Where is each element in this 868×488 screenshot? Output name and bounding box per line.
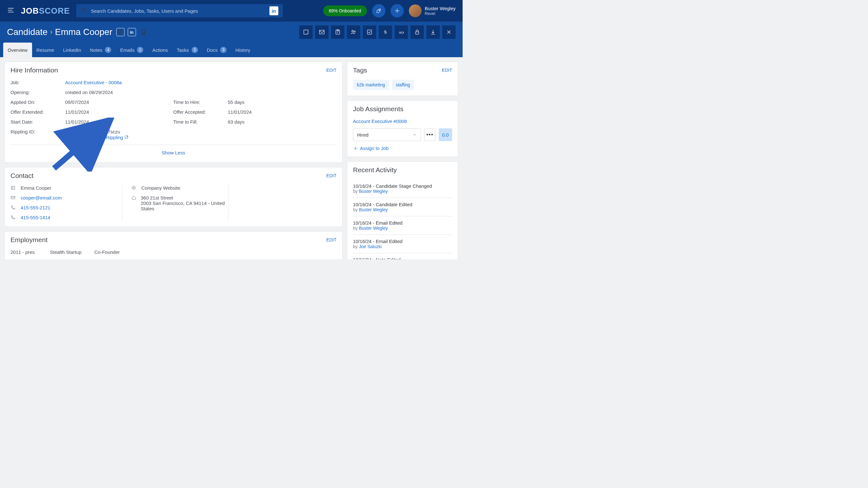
stage-dropdown[interactable]: Hired [353,128,421,141]
tab-linkedin[interactable]: LinkedIn [58,42,86,57]
hire-info-title: Hire Information [10,66,58,74]
rippling-prefix: Click to view in [65,135,97,140]
hire-information-panel: Hire Information EDIT Job: Account Execu… [4,62,342,163]
svg-point-1 [379,10,380,10]
job-value-link[interactable]: Account Executive - 0008a [65,80,337,85]
job-label: Job: [10,80,65,85]
activity-by-link[interactable]: Buster Wegley [359,225,388,231]
plus-icon [353,146,358,151]
activity-by-link[interactable]: Joe Saluzki [359,244,382,249]
contact-email[interactable]: cooper@email.com [21,195,62,201]
lock-action-icon[interactable] [410,25,424,39]
email-icon [10,195,16,201]
employment-panel: Employment EDIT 2011 - pres Stealth Star… [4,231,342,259]
recent-activity-title: Recent Activity [353,166,397,174]
score-value[interactable]: 0.0 [439,128,452,141]
task-action-icon[interactable] [331,25,344,39]
assign-to-job-button[interactable]: Assign to Job [353,146,452,151]
logo[interactable]: JOBSCORE [21,6,70,16]
hire-edit-link[interactable]: EDIT [326,68,337,73]
tab-actions[interactable]: Actions [148,42,172,57]
time-to-fill-label: Time to Fill: [173,119,228,125]
onboard-status[interactable]: 89% Onboarded [323,5,367,16]
svg-rect-2 [119,30,122,34]
note-action-icon[interactable] [299,25,313,39]
tags-edit-link[interactable]: EDIT [442,68,452,73]
tab-tasks[interactable]: Tasks3 [173,42,203,57]
svg-point-18 [133,187,134,188]
home-icon [131,195,136,201]
show-less-link[interactable]: Show Less [10,145,337,157]
rippling-value-block: aGxyxik5Sr6BXreGI7sczu Click to view in … [65,129,337,140]
search-input[interactable] [91,8,266,14]
activity-by-link[interactable]: Buster Wegley [359,207,388,212]
contact-phone1[interactable]: 415-555-2121 [21,205,50,210]
activity-item: 10/16/24 - Email Edited by Joe Saluzki [353,235,452,253]
linkedin-icon[interactable]: in [128,28,136,36]
tags-title: Tags [353,66,367,74]
activity-item: 10/16/24 - Candidate Edited by Buster We… [353,198,452,216]
contact-edit-link[interactable]: EDIT [326,173,337,178]
svg-rect-16 [11,196,15,199]
close-action-icon[interactable] [442,25,456,39]
emp-company: Stealth Startup [50,249,94,255]
activity-text: 10/16/24 - Candidate Edited [353,202,452,207]
svg-point-3 [120,31,120,32]
emp-dates: 2010 - 2011 [10,258,50,259]
link-action-icon[interactable] [379,25,392,39]
offer-accepted-label: Offer Accepted: [173,109,228,115]
tab-overview[interactable]: Overview [3,42,32,57]
emp-role: Product Manager [94,258,337,259]
user-name: Buster Wegley [425,6,456,11]
linkedin-search-icon[interactable]: in [270,6,278,15]
people-action-icon[interactable] [347,25,360,39]
emp-role: Co-Founder [94,249,337,255]
tags-panel: Tags EDIT b2b marketing staffing [347,62,458,96]
more-options-button[interactable]: ••• [424,128,436,141]
breadcrumb-label[interactable]: Candidate [7,27,48,37]
tab-history[interactable]: History [231,42,255,57]
contact-phone2[interactable]: 415-555-1414 [21,215,50,220]
download-action-icon[interactable] [426,25,440,39]
menu-icon[interactable] [7,6,14,15]
activity-text: 10/16/24 - Candidate Stage Changed [353,183,452,189]
svg-rect-11 [125,136,128,138]
opening-label: Opening: [10,90,65,95]
profile-card-icon[interactable] [116,28,125,36]
svg-rect-5 [320,30,324,34]
rippling-link[interactable]: Rippling [106,135,123,140]
search-bar: in [76,4,283,18]
rippling-id-label: Rippling ID: [10,129,65,140]
job-assignments-title: Job Assignments [353,105,403,113]
tasks-badge: 3 [192,47,198,53]
person-icon [10,185,16,191]
tag-item[interactable]: staffing [392,80,414,90]
offer-extended-value: 11/01/2024 [65,109,173,115]
start-date-label: Start Date: [10,119,65,125]
document-search-icon[interactable] [139,28,148,36]
recent-activity-panel: Recent Activity 10/16/24 - Candidate Sta… [347,161,458,259]
phone-icon [10,205,16,211]
forward-action-icon[interactable] [395,25,408,39]
rocket-button[interactable] [372,4,385,18]
tag-item[interactable]: b2b marketing [353,80,389,90]
tab-emails[interactable]: Emails2 [116,42,148,57]
candidate-name: Emma Cooper [55,27,113,37]
website-icon [131,185,137,191]
contact-website: Company Website [142,185,180,191]
check-action-icon[interactable] [363,25,376,39]
employment-title: Employment [10,236,48,244]
tab-notes[interactable]: Notes4 [86,42,116,57]
stage-value: Hired [357,132,369,138]
user-org: Revel [425,11,456,16]
tab-resume[interactable]: Resume [32,42,59,57]
user-menu[interactable]: Buster Wegley Revel [409,4,456,17]
email-action-icon[interactable] [315,25,329,39]
activity-by-link[interactable]: Buster Wegley [359,189,388,194]
employment-edit-link[interactable]: EDIT [326,237,337,242]
tab-docs[interactable]: Docs3 [203,42,231,57]
docs-badge: 3 [220,47,226,53]
job-assignment-link[interactable]: Account Executive #0008 [353,119,452,124]
add-button[interactable] [391,4,404,18]
applied-label: Applied On: [10,99,65,105]
